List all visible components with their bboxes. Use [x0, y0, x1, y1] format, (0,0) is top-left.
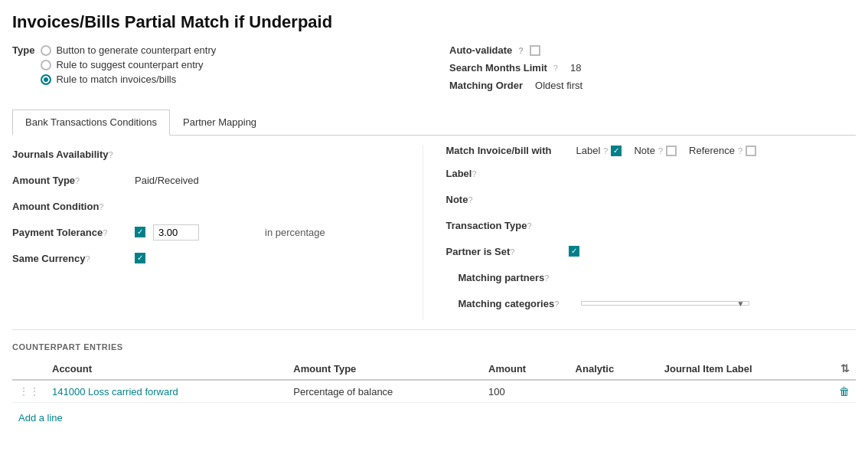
- type-label: Type: [12, 44, 34, 56]
- drag-handle-icon[interactable]: ⋮⋮: [18, 385, 40, 397]
- counterpart-table: Account Amount Type Amount Analytic Jour…: [12, 358, 856, 403]
- auto-validate-checkbox[interactable]: [530, 45, 540, 56]
- amount-type-value: Paid/Received: [135, 175, 199, 186]
- tab-bank-transactions[interactable]: Bank Transactions Conditions: [12, 110, 170, 136]
- page-title: Invoices/Bills Partial Match if Underpai…: [12, 12, 856, 32]
- account-cell: 141000 Loss carried forward: [46, 380, 287, 403]
- note-field-row: Note?: [446, 190, 857, 208]
- search-months-label: Search Months Limit: [449, 62, 547, 74]
- same-currency-checkbox[interactable]: [135, 253, 145, 263]
- counterpart-section: COUNTERPART ENTRIES Account Amount Type …: [12, 342, 856, 427]
- match-invoice-row: Match Invoice/bill with Label ? Note ? R…: [446, 145, 857, 156]
- section-divider: [12, 329, 856, 330]
- radio-circle-btn: [41, 45, 51, 56]
- tab-bar: Bank Transactions Conditions Partner Map…: [12, 110, 856, 136]
- search-months-help: ?: [553, 64, 558, 73]
- match-label-item: Label ?: [576, 145, 622, 156]
- match-reference-item: Reference ?: [689, 145, 756, 156]
- table-row: ⋮⋮ 141000 Loss carried forward Percentag…: [12, 380, 856, 403]
- same-currency-value: [135, 253, 145, 263]
- th-journal-item-label: Journal Item Label: [658, 358, 833, 380]
- match-label-text: Label: [576, 145, 601, 156]
- matching-categories-row: Matching categories? ▼: [458, 294, 857, 312]
- delete-icon[interactable]: 🗑: [839, 385, 850, 397]
- th-analytic: Analytic: [569, 358, 658, 380]
- matching-categories-value[interactable]: ▼: [581, 301, 749, 306]
- match-items: Label ? Note ? Reference ?: [576, 145, 757, 156]
- payment-tolerance-row: Payment Tolerance? in percentage: [12, 223, 423, 241]
- payment-tolerance-input[interactable]: [153, 224, 199, 240]
- th-drag: [12, 358, 46, 380]
- transaction-type-label: Transaction Type?: [446, 220, 569, 231]
- partner-is-set-value: [569, 246, 579, 257]
- match-invoice-label: Match Invoice/bill with: [446, 145, 569, 156]
- label-field-label: Label?: [446, 168, 569, 179]
- radio-rule-suggest[interactable]: Rule to suggest counterpart entry: [41, 59, 216, 70]
- search-months-value: 18: [570, 62, 581, 74]
- match-note-item: Note ?: [634, 145, 677, 156]
- journals-row: Journals Availability?: [12, 145, 423, 163]
- amount-cell: 100: [482, 380, 569, 403]
- matching-categories-arrow: ▼: [737, 299, 745, 308]
- matching-categories-label: Matching categories?: [458, 298, 581, 309]
- radio-circle-suggest: [41, 60, 51, 70]
- amount-type-cell: Percentage of balance: [287, 380, 482, 403]
- match-reference-help: ?: [738, 146, 742, 155]
- radio-btn-counterpart[interactable]: Button to generate counterpart entry: [41, 44, 216, 56]
- tab-left-panel: Journals Availability? Amount Type? Paid…: [12, 145, 423, 320]
- same-currency-row: Same Currency?: [12, 249, 423, 267]
- auto-validate-label: Auto-validate: [449, 44, 512, 56]
- delete-cell: 🗑: [833, 380, 856, 403]
- auto-validate-help: ?: [518, 46, 524, 55]
- payment-tolerance-checkbox[interactable]: [135, 227, 145, 237]
- th-amount-type: Amount Type: [287, 358, 482, 380]
- match-note-checkbox[interactable]: [666, 146, 677, 156]
- same-currency-label: Same Currency?: [12, 253, 135, 264]
- tab-content: Journals Availability? Amount Type? Paid…: [12, 145, 856, 320]
- add-line-button[interactable]: Add a line: [12, 409, 69, 427]
- journal-item-label-cell: [658, 380, 833, 403]
- tab-right-panel: Match Invoice/bill with Label ? Note ? R…: [423, 145, 857, 320]
- match-label-help: ?: [603, 146, 608, 155]
- account-link[interactable]: 141000 Loss carried forward: [52, 386, 178, 397]
- amount-type-label: Amount Type?: [12, 175, 135, 186]
- match-reference-text: Reference: [689, 145, 735, 156]
- th-account: Account: [46, 358, 287, 380]
- match-label-checkbox[interactable]: [611, 146, 622, 156]
- label-field-row: Label?: [446, 164, 857, 182]
- matching-partners-label: Matching partners?: [458, 272, 581, 283]
- matching-order-label: Matching Order: [449, 80, 523, 91]
- th-filter: ⇅: [833, 358, 856, 380]
- drag-handle-cell: ⋮⋮: [12, 380, 46, 403]
- payment-tolerance-suffix: in percentage: [265, 227, 325, 238]
- radio-label-suggest: Rule to suggest counterpart entry: [56, 59, 203, 70]
- payment-tolerance-value: in percentage: [135, 224, 325, 240]
- radio-rule-match[interactable]: Rule to match invoices/bills: [41, 74, 216, 85]
- amount-condition-row: Amount Condition?: [12, 197, 423, 215]
- th-amount: Amount: [482, 358, 569, 380]
- partner-is-set-checkbox[interactable]: [569, 246, 579, 257]
- matching-partners-row: Matching partners?: [458, 268, 857, 286]
- transaction-type-row: Transaction Type?: [446, 216, 857, 234]
- payment-tolerance-label: Payment Tolerance?: [12, 227, 135, 238]
- radio-label-btn: Button to generate counterpart entry: [56, 44, 216, 56]
- filter-icon[interactable]: ⇅: [840, 362, 850, 375]
- amount-condition-label: Amount Condition?: [12, 201, 135, 212]
- journals-label: Journals Availability?: [12, 149, 135, 160]
- table-header-row: Account Amount Type Amount Analytic Jour…: [12, 358, 856, 380]
- partner-is-set-row: Partner is Set?: [446, 242, 857, 260]
- matching-order-value: Oldest first: [535, 80, 582, 91]
- match-note-help: ?: [658, 146, 663, 155]
- type-radio-group: Button to generate counterpart entry Rul…: [41, 44, 216, 85]
- match-note-text: Note: [634, 145, 654, 156]
- partner-is-set-label: Partner is Set?: [446, 246, 569, 257]
- amount-type-row: Amount Type? Paid/Received: [12, 171, 423, 189]
- counterpart-title: COUNTERPART ENTRIES: [12, 342, 856, 352]
- note-field-label: Note?: [446, 194, 569, 205]
- tab-partner-mapping[interactable]: Partner Mapping: [170, 110, 269, 135]
- analytic-cell: [569, 380, 658, 403]
- matching-categories-dropdown[interactable]: ▼: [581, 301, 749, 306]
- radio-label-match: Rule to match invoices/bills: [56, 74, 176, 85]
- radio-circle-match: [41, 74, 51, 85]
- match-reference-checkbox[interactable]: [746, 146, 756, 156]
